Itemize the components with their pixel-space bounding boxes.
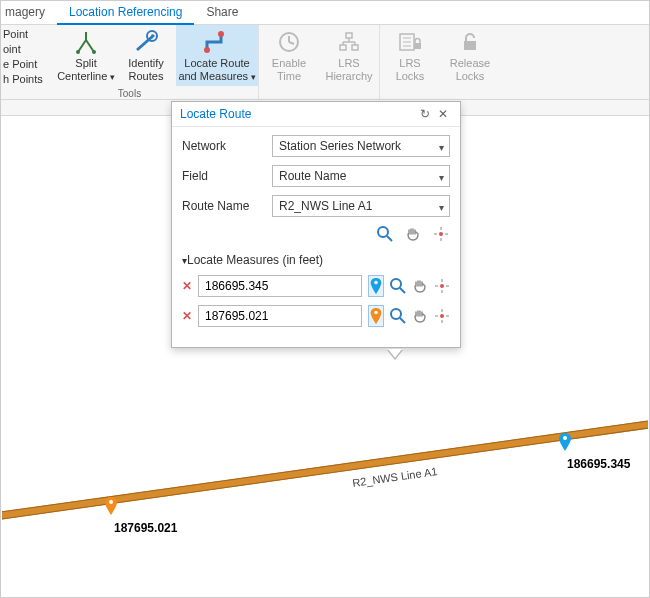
field-select[interactable]: Route Name [272, 165, 450, 187]
panel-title-text: Locate Route [180, 107, 251, 121]
svg-point-30 [439, 232, 443, 236]
pin-tool-1[interactable] [368, 275, 384, 297]
svg-point-27 [109, 500, 113, 504]
network-label: Network [182, 139, 272, 153]
pan-icon[interactable] [404, 225, 422, 243]
point-btn-2[interactable]: oint [3, 42, 56, 56]
close-button[interactable]: ✕ [434, 107, 452, 121]
svg-point-26 [563, 436, 567, 440]
svg-rect-25 [464, 41, 476, 50]
locate-route-button[interactable]: Locate Route and Measures [176, 25, 258, 86]
unlock-icon [440, 29, 500, 55]
measures-section-header[interactable]: Locate Measures (in feet) [182, 253, 450, 267]
route-icon [176, 29, 258, 55]
identify-routes-button[interactable]: i Identify Routes [116, 25, 176, 86]
pin-label-2: 187695.021 [114, 521, 177, 535]
zoom-icon[interactable] [376, 225, 394, 243]
pan-icon-1[interactable] [412, 277, 428, 295]
split-centerline-button[interactable]: Split Centerline [56, 25, 116, 86]
measure-input-2[interactable] [198, 305, 362, 327]
svg-point-28 [378, 227, 388, 237]
svg-point-36 [391, 279, 401, 289]
svg-line-37 [400, 288, 405, 293]
measure-row-2: ✕ [182, 305, 450, 327]
lrs-locks-button[interactable]: LRS Locks [380, 25, 440, 84]
svg-line-2 [86, 40, 94, 52]
ribbon-body: Point oint e Point h Points Split Center… [1, 25, 649, 100]
svg-point-46 [440, 314, 444, 318]
svg-point-8 [204, 47, 210, 53]
refresh-button[interactable]: ↻ [416, 107, 434, 121]
clock-icon [259, 29, 319, 55]
field-label: Field [182, 169, 272, 183]
pin-label-1: 186695.345 [567, 457, 630, 471]
lrs-hierarchy-button[interactable]: LRS Hierarchy [319, 25, 379, 84]
route-name-select[interactable]: R2_NWS Line A1 [272, 195, 450, 217]
pin-blue[interactable] [559, 433, 571, 451]
identify-icon: i [116, 29, 176, 55]
ribbon-tabs: magery Location Referencing Share [1, 1, 649, 25]
tab-share[interactable]: Share [194, 1, 250, 24]
svg-point-3 [76, 50, 80, 54]
tab-imagery[interactable]: magery [1, 1, 57, 24]
svg-rect-24 [414, 43, 421, 49]
svg-point-35 [374, 281, 378, 285]
flash-icon[interactable] [432, 225, 450, 243]
locate-route-panel: Locate Route ↻ ✕ Network Station Series … [171, 101, 461, 348]
pin-tool-2[interactable] [368, 305, 384, 327]
svg-point-44 [391, 309, 401, 319]
group-label-tools: Tools [1, 86, 258, 101]
remove-measure-2[interactable]: ✕ [182, 309, 192, 323]
route-polyline[interactable] [2, 411, 648, 525]
flash-icon-2[interactable] [434, 307, 450, 325]
tab-location-referencing[interactable]: Location Referencing [57, 1, 194, 25]
hierarchy-icon [319, 29, 379, 55]
svg-point-38 [440, 284, 444, 288]
svg-point-43 [374, 311, 378, 315]
point-btn-3[interactable]: e Point [3, 57, 56, 71]
route-label: R2_NWS Line A1 [352, 465, 438, 489]
pan-icon-2[interactable] [412, 307, 428, 325]
enable-time-button[interactable]: Enable Time [259, 25, 319, 84]
lock-list-icon [380, 29, 440, 55]
svg-line-1 [78, 40, 86, 52]
svg-rect-13 [346, 33, 352, 38]
release-locks-button[interactable]: Release Locks [440, 25, 500, 84]
point-btn-1[interactable]: Point [3, 27, 56, 41]
svg-point-4 [92, 50, 96, 54]
svg-line-45 [400, 318, 405, 323]
point-btn-4[interactable]: h Points [3, 72, 56, 86]
svg-point-9 [218, 31, 224, 37]
measure-input-1[interactable] [198, 275, 362, 297]
flash-icon-1[interactable] [434, 277, 450, 295]
measure-row-1: ✕ [182, 275, 450, 297]
svg-line-29 [387, 236, 392, 241]
pin-orange[interactable] [105, 497, 117, 515]
svg-rect-14 [340, 45, 346, 50]
svg-line-12 [289, 42, 294, 44]
remove-measure-1[interactable]: ✕ [182, 279, 192, 293]
network-select[interactable]: Station Series Network [272, 135, 450, 157]
zoom-icon-2[interactable] [390, 307, 406, 325]
zoom-icon-1[interactable] [390, 277, 406, 295]
svg-text:i: i [151, 32, 153, 41]
svg-rect-15 [352, 45, 358, 50]
point-buttons: Point oint e Point h Points [1, 25, 56, 86]
split-icon [56, 29, 116, 55]
panel-callout [387, 350, 403, 360]
route-name-label: Route Name [182, 199, 272, 213]
